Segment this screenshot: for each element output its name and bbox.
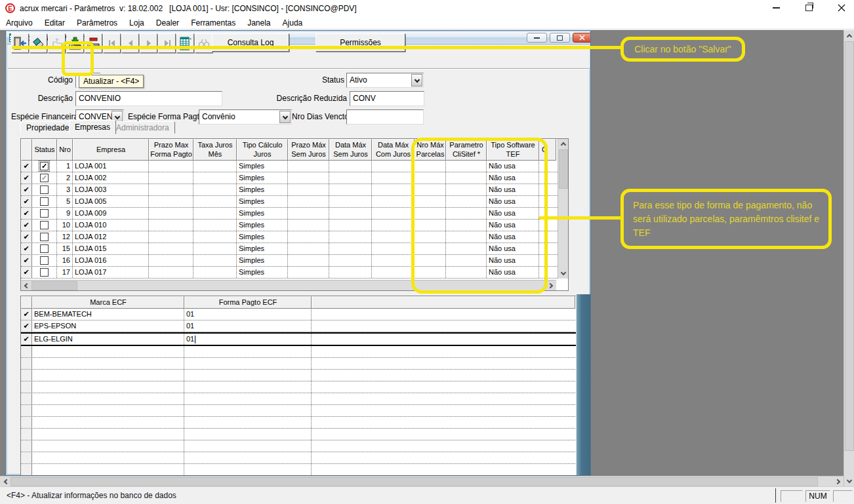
cell[interactable] bbox=[193, 231, 237, 242]
cell-forma-pagto-ecf[interactable]: 01 bbox=[184, 320, 312, 332]
menu-loja[interactable]: Loja bbox=[123, 17, 150, 29]
close-button[interactable] bbox=[832, 1, 851, 14]
cell[interactable] bbox=[372, 255, 415, 266]
cell[interactable] bbox=[372, 231, 415, 242]
cell[interactable] bbox=[372, 172, 415, 184]
cell-data-com-juros[interactable] bbox=[372, 161, 415, 172]
status-checkbox-cell[interactable] bbox=[32, 184, 57, 195]
menu-ferramentas[interactable]: Ferramentas bbox=[185, 17, 241, 29]
cell-data-sem-juros[interactable] bbox=[329, 161, 372, 172]
table-row[interactable]: EPS-EPSON 01 bbox=[21, 320, 577, 332]
status-checkbox-cell[interactable] bbox=[32, 231, 57, 242]
cell[interactable] bbox=[329, 231, 372, 242]
cell-tipo-calculo[interactable]: Simples bbox=[237, 208, 288, 219]
restore-button[interactable] bbox=[799, 1, 819, 14]
mdi-vscroll-thumb[interactable] bbox=[845, 41, 854, 451]
cell[interactable] bbox=[149, 255, 193, 266]
cell[interactable] bbox=[193, 196, 237, 207]
grid-view-button[interactable] bbox=[176, 33, 194, 53]
cell-tipo-calculo[interactable]: Simples bbox=[237, 255, 288, 266]
especie-forma-pagto-dropdown-icon[interactable] bbox=[279, 111, 291, 123]
cell[interactable] bbox=[329, 267, 372, 278]
cell[interactable] bbox=[372, 220, 415, 231]
cell-empresa[interactable]: LOJA 001 bbox=[73, 161, 149, 172]
cell[interactable] bbox=[193, 208, 237, 219]
table-row-selected[interactable]: ELG-ELGIN 01 bbox=[21, 332, 577, 346]
cell-forma-pagto-ecf[interactable]: 01 bbox=[184, 309, 312, 320]
cell[interactable] bbox=[312, 320, 575, 332]
scroll-left-button[interactable] bbox=[21, 281, 31, 291]
cell[interactable] bbox=[149, 184, 193, 195]
table-row-empty[interactable] bbox=[21, 440, 577, 452]
status-checkbox-cell[interactable] bbox=[32, 172, 57, 184]
especie-forma-pagto-select[interactable]: Convênio bbox=[199, 109, 292, 125]
menu-arquivo[interactable]: Arquivo bbox=[0, 17, 39, 29]
checkbox-checked-gray[interactable] bbox=[40, 174, 49, 182]
checkbox-unchecked[interactable] bbox=[40, 197, 49, 206]
mdi-scroll-left-button[interactable] bbox=[0, 476, 10, 487]
cell-marca-ecf[interactable]: EPS-EPSON bbox=[32, 320, 184, 332]
cell-tipo-calculo[interactable]: Simples bbox=[237, 172, 288, 184]
cell-forma-pagto-ecf-editing[interactable]: 01 bbox=[184, 334, 312, 345]
hscroll-thumb[interactable] bbox=[31, 281, 77, 290]
table-row-empty[interactable] bbox=[21, 429, 577, 440]
cell[interactable] bbox=[288, 184, 329, 195]
mdi-scroll-up-button[interactable] bbox=[844, 30, 854, 41]
table-row-empty[interactable] bbox=[21, 417, 577, 429]
cell[interactable] bbox=[193, 172, 237, 184]
table-row-empty[interactable] bbox=[21, 346, 577, 358]
cell-empresa[interactable]: LOJA 012 bbox=[73, 231, 149, 242]
mdi-hscrollbar[interactable] bbox=[0, 476, 844, 486]
checkbox-checked[interactable] bbox=[40, 162, 49, 170]
cell-empresa[interactable]: LOJA 009 bbox=[73, 208, 149, 219]
cell[interactable] bbox=[288, 255, 329, 266]
cell-tipo-calculo[interactable]: Simples bbox=[237, 231, 288, 242]
status-checkbox-cell[interactable] bbox=[32, 220, 57, 231]
cell[interactable] bbox=[193, 220, 237, 231]
status-checkbox-cell[interactable] bbox=[32, 196, 57, 207]
cell[interactable] bbox=[372, 243, 415, 254]
status-select[interactable]: Ativo bbox=[346, 73, 424, 88]
exit-button[interactable] bbox=[11, 33, 29, 53]
minimize-button[interactable] bbox=[766, 1, 786, 14]
cell-tipo-calculo[interactable]: Simples bbox=[237, 196, 288, 207]
cell[interactable] bbox=[149, 220, 193, 231]
clear-button[interactable] bbox=[30, 33, 47, 53]
checkbox-unchecked[interactable] bbox=[40, 221, 49, 229]
cell-nro[interactable]: 3 bbox=[57, 184, 73, 195]
cell[interactable] bbox=[372, 267, 415, 278]
cell-nro[interactable]: 15 bbox=[57, 243, 73, 254]
cell-empresa[interactable]: LOJA 017 bbox=[73, 267, 149, 278]
cell[interactable] bbox=[288, 208, 329, 219]
cell[interactable] bbox=[329, 255, 372, 266]
status-checkbox-cell[interactable] bbox=[32, 243, 57, 254]
cell-taxa-juros[interactable] bbox=[193, 161, 237, 172]
cell-empresa[interactable]: LOJA 016 bbox=[73, 255, 149, 266]
cell-prazo-sem-juros[interactable] bbox=[288, 161, 329, 172]
cell[interactable] bbox=[288, 196, 329, 207]
cell-tipo-calculo[interactable]: Simples bbox=[237, 220, 288, 231]
cell[interactable] bbox=[312, 309, 575, 320]
descricao-reduzida-input[interactable]: CONV bbox=[350, 91, 424, 106]
mdi-hscroll-thumb[interactable] bbox=[10, 477, 818, 486]
tab-empresas[interactable]: Empresas bbox=[69, 120, 116, 134]
cell-nro[interactable]: 10 bbox=[57, 220, 73, 231]
cell[interactable] bbox=[288, 267, 329, 278]
child-minimize-button[interactable] bbox=[527, 33, 547, 43]
cell[interactable] bbox=[288, 243, 329, 254]
scroll-right-button[interactable] bbox=[546, 281, 556, 291]
cell-tipo-calculo[interactable]: Simples bbox=[237, 243, 288, 254]
menu-parametros[interactable]: Parâmetros bbox=[71, 17, 123, 29]
cell[interactable] bbox=[329, 184, 372, 195]
cell[interactable] bbox=[372, 184, 415, 195]
cell[interactable] bbox=[149, 243, 193, 254]
table-row[interactable]: BEM-BEMATECH 01 bbox=[21, 309, 577, 320]
cell[interactable] bbox=[329, 208, 372, 219]
cell[interactable] bbox=[329, 196, 372, 207]
cell-empresa[interactable]: LOJA 003 bbox=[73, 184, 149, 195]
mdi-scroll-down-button[interactable] bbox=[844, 476, 854, 486]
cell-marca-ecf[interactable]: ELG-ELGIN bbox=[32, 334, 184, 345]
cell-empresa[interactable]: LOJA 010 bbox=[73, 220, 149, 231]
table-row-empty[interactable] bbox=[21, 381, 577, 393]
menu-editar[interactable]: Editar bbox=[39, 17, 71, 29]
